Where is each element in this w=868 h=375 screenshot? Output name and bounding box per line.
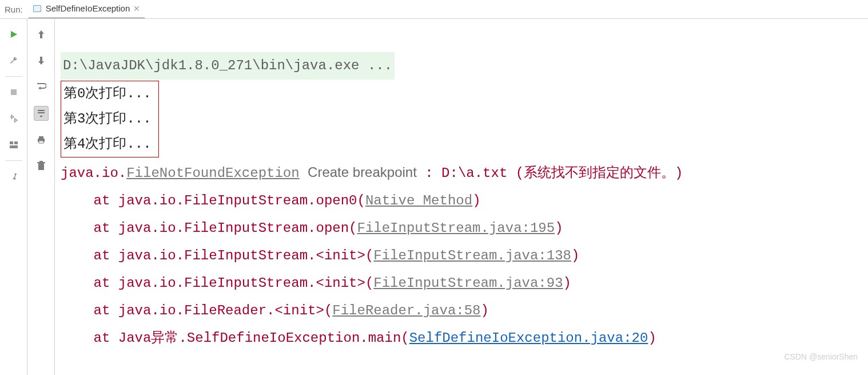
stack-link[interactable]: FileReader.java:58 (332, 303, 480, 318)
layout-icon[interactable] (6, 137, 21, 152)
stack-frame: at java.io.FileInputStream.<init>(FileIn… (61, 275, 571, 291)
run-label: Run: (5, 5, 23, 14)
watermark: CSDN @seniorShen (784, 343, 858, 370)
create-breakpoint-link[interactable]: Create breakpoint (308, 164, 417, 180)
stack-link[interactable]: FileInputStream.java:195 (357, 220, 555, 236)
soft-wrap-icon[interactable] (34, 80, 49, 94)
print-icon[interactable] (34, 132, 49, 147)
left-gutter-actions (0, 19, 27, 375)
run-config-icon (33, 5, 42, 12)
svg-rect-10 (39, 161, 43, 162)
stack-link-source[interactable]: SelfDefineIoException.java:20 (409, 330, 648, 346)
exception-class-link[interactable]: FileNotFoundException (126, 165, 299, 181)
svg-rect-7 (39, 141, 43, 143)
scroll-to-end-icon[interactable] (34, 106, 49, 121)
stack-link[interactable]: Native Method (365, 193, 472, 208)
stack-frame: at Java异常.SelfDefineIoException.main(Sel… (61, 330, 656, 346)
exception-line: java.io.FileNotFoundException Create bre… (61, 165, 683, 181)
stack-link[interactable]: FileInputStream.java:138 (373, 248, 571, 263)
rerun-icon[interactable] (6, 27, 21, 42)
dump-threads-icon[interactable] (6, 111, 21, 126)
up-arrow-icon[interactable] (34, 27, 49, 42)
print-line: 第3次打印... (63, 111, 152, 127)
svg-rect-8 (38, 163, 44, 170)
console-output[interactable]: D:\JavaJDK\jdk1.8.0_271\bin\java.exe ...… (55, 19, 868, 375)
svg-rect-6 (39, 136, 43, 139)
wrench-icon[interactable] (6, 53, 21, 68)
console-gutter-actions (27, 19, 55, 375)
svg-rect-2 (10, 141, 13, 144)
stack-frame: at java.io.FileReader.<init>(FileReader.… (61, 303, 489, 318)
command-line: D:\JavaJDK\jdk1.8.0_271\bin\java.exe ... (61, 52, 395, 80)
stack-frame: at java.io.FileInputStream.<init>(FileIn… (61, 248, 579, 263)
stack-frame: at java.io.FileInputStream.open(FileInpu… (61, 220, 563, 236)
close-icon[interactable]: ✕ (133, 4, 140, 13)
svg-marker-0 (11, 31, 17, 38)
pin-icon[interactable] (6, 169, 21, 184)
highlighted-output-box: 第0次打印... 第3次打印... 第4次打印... (61, 81, 159, 157)
svg-rect-1 (11, 89, 17, 95)
stop-icon[interactable] (6, 85, 21, 100)
down-arrow-icon[interactable] (34, 53, 49, 68)
svg-rect-9 (37, 162, 45, 163)
print-line: 第4次打印... (63, 136, 152, 152)
stack-frame: at java.io.FileInputStream.open0(Native … (61, 193, 481, 208)
run-config-name: SelfDefineIoException (46, 3, 130, 13)
stack-link[interactable]: FileInputStream.java:93 (373, 275, 563, 291)
run-tab-bar: Run: SelfDefineIoException ✕ (0, 0, 868, 19)
svg-rect-4 (10, 145, 18, 148)
svg-rect-3 (14, 141, 18, 144)
trash-icon[interactable] (34, 159, 49, 173)
print-line: 第0次打印... (63, 86, 152, 101)
run-config-tab[interactable]: SelfDefineIoException ✕ (29, 0, 145, 19)
